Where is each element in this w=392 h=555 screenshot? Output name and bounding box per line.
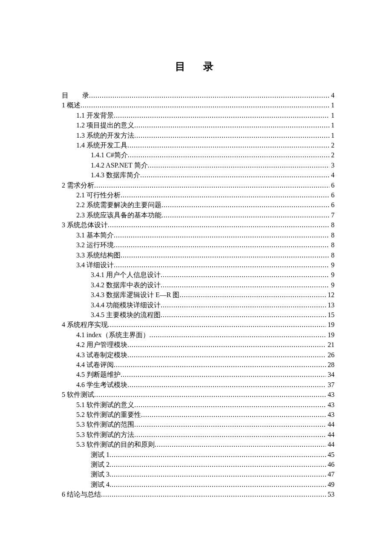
toc-entry-label: 3.2 运行环境 — [76, 240, 114, 250]
toc-leader-dots — [161, 270, 329, 280]
toc-entry: 3.1 基本简介8 — [62, 230, 334, 240]
toc-entry: 1.4.2 ASP.NET 简介3 — [62, 160, 334, 170]
toc-entry-page: 47 — [326, 469, 334, 479]
toc-entry-page: 9 — [329, 270, 334, 280]
toc-leader-dots — [141, 410, 326, 419]
toc-entry-page: 46 — [326, 460, 334, 469]
toc-entry-page: 49 — [326, 480, 334, 489]
toc-leader-dots — [110, 460, 326, 469]
toc-entry-label: 4.2 用户管理模块 — [76, 340, 127, 350]
toc-leader-dots — [108, 320, 326, 330]
toc-leader-dots — [140, 170, 329, 180]
toc-entry-label: 5.3 软件测试的目的和原则 — [76, 439, 155, 449]
toc-leader-dots — [161, 300, 326, 310]
toc-entry: 2.1 可行性分析6 — [62, 190, 334, 200]
toc-entry-page: 8 — [329, 230, 334, 240]
toc-entry-label: 4.4 试卷评阅 — [76, 360, 114, 370]
toc-entry: 3.4.2 数据库中表的设计9 — [62, 280, 334, 290]
toc-entry-label: 1.2 项目提出的意义 — [76, 120, 134, 130]
toc-entry-page: 4 — [329, 90, 334, 100]
toc-entry-label: 测试 4 — [91, 480, 110, 489]
toc-entry-label: 3.4.4 功能模块详细设计 — [91, 300, 161, 310]
toc-entry-page: 9 — [329, 260, 334, 270]
toc-leader-dots — [127, 350, 326, 360]
toc-entry-label: 3.1 基本简介 — [76, 230, 114, 240]
toc-entry-page: 43 — [326, 400, 334, 410]
toc-leader-dots — [155, 439, 326, 449]
toc-entry: 3.4.1 用户个人信息设计9 — [62, 270, 334, 280]
toc-leader-dots — [134, 419, 326, 429]
toc-entry: 1.1 开发背景1 — [62, 110, 334, 120]
toc-entry: 4.5 判断题维护34 — [62, 370, 334, 379]
toc-leader-dots — [110, 469, 326, 479]
toc-entry-page: 9 — [329, 280, 334, 290]
toc-entry-label: 1.4 系统开发工具 — [76, 140, 127, 150]
toc-entry-label: 测试 2 — [91, 460, 110, 469]
toc-entry-label: 目 录 — [62, 90, 89, 100]
toc-entry-page: 8 — [329, 220, 334, 230]
toc-leader-dots — [134, 130, 329, 140]
toc-leader-dots — [134, 430, 326, 439]
toc-leader-dots — [179, 290, 326, 300]
toc-entry-page: 37 — [326, 380, 334, 390]
toc-leader-dots — [114, 230, 329, 240]
toc-entry-label: 6 结论与总结 — [62, 489, 101, 499]
toc-entry-page: 53 — [326, 489, 334, 499]
toc-entry: 1 概述1 — [62, 100, 334, 110]
toc-entry-label: 3.4.3 数据库逻辑设计 E—R 图 — [91, 290, 179, 300]
toc-entry-page: 1 — [329, 100, 334, 110]
toc-entry: 5.3 软件测试的方法44 — [62, 430, 334, 439]
toc-entry-label: 5.2 软件测试的重要性 — [76, 410, 141, 419]
toc-entry-label: 5.3 软件测试的方法 — [76, 430, 134, 439]
toc-entry: 目 录4 — [62, 90, 334, 100]
toc-entry: 1.3 系统的开发方法1 — [62, 130, 334, 140]
toc-leader-dots — [128, 150, 329, 160]
toc-entry: 4.6 学生考试模块37 — [62, 380, 334, 390]
toc-entry: 5.3 软件测试的目的和原则44 — [62, 439, 334, 449]
toc-entry-page: 7 — [329, 210, 334, 220]
toc-entry-label: 2.3 系统应该具备的基本功能 — [76, 210, 161, 220]
toc-entry-page: 13 — [326, 300, 334, 310]
toc-entry-label: 3.4.5 主要模块的流程图 — [91, 310, 161, 320]
toc-entry-page: 34 — [326, 370, 334, 379]
toc-entry-label: 3.4.2 数据库中表的设计 — [91, 280, 161, 290]
toc-entry-label: 4.3 试卷制定模块 — [76, 350, 127, 360]
toc-entry-label: 5.1 软件测试的意义 — [76, 400, 134, 410]
toc-entry-label: 4.1 index（系统主界面） — [76, 330, 150, 340]
toc-entry: 5.3 软件测试的范围44 — [62, 419, 334, 429]
toc-leader-dots — [127, 340, 326, 350]
toc-leader-dots — [127, 380, 326, 390]
toc-entry-page: 8 — [329, 250, 334, 260]
toc-entry-page: 1 — [329, 120, 334, 130]
toc-entry: 2.3 系统应该具备的基本功能7 — [62, 210, 334, 220]
toc-entry: 3.3 系统结构图8 — [62, 250, 334, 260]
toc-entry-page: 6 — [329, 200, 334, 210]
toc-entry: 测试 449 — [62, 480, 334, 489]
toc-entry: 2.2 系统需要解决的主要问题6 — [62, 200, 334, 210]
toc-entry-page: 45 — [326, 450, 334, 460]
toc-entry-label: 3.4.1 用户个人信息设计 — [91, 270, 161, 280]
toc-entry-page: 8 — [329, 240, 334, 250]
toc-entry-label: 3 系统总体设计 — [62, 220, 108, 230]
toc-leader-dots — [121, 250, 329, 260]
toc-entry: 2 需求分析6 — [62, 180, 334, 190]
toc-entry: 6 结论与总结53 — [62, 489, 334, 499]
toc-entry-page: 1 — [329, 130, 334, 140]
toc-entry-label: 5 软件测试 — [62, 390, 94, 399]
toc-entry-label: 2.1 可行性分析 — [76, 190, 121, 200]
toc-entry: 5.1 软件测试的意义43 — [62, 400, 334, 410]
toc-leader-dots — [110, 480, 326, 489]
toc-leader-dots — [148, 160, 329, 170]
toc-leader-dots — [114, 240, 329, 250]
toc-entry-page: 1 — [329, 110, 334, 120]
toc-entry-label: 3.3 系统结构图 — [76, 250, 121, 260]
toc-entry: 1.2 项目提出的意义1 — [62, 120, 334, 130]
toc-entry: 4.1 index（系统主界面）19 — [62, 330, 334, 340]
toc-entry-label: 2.2 系统需要解决的主要问题 — [76, 200, 161, 210]
toc-entry-label: 测试 3 — [91, 469, 110, 479]
toc-entry-page: 19 — [326, 320, 334, 330]
toc-entry-page: 44 — [326, 419, 334, 429]
toc-entry: 测试 145 — [62, 450, 334, 460]
toc-entry: 测试 246 — [62, 460, 334, 469]
toc-entry: 3 系统总体设计8 — [62, 220, 334, 230]
